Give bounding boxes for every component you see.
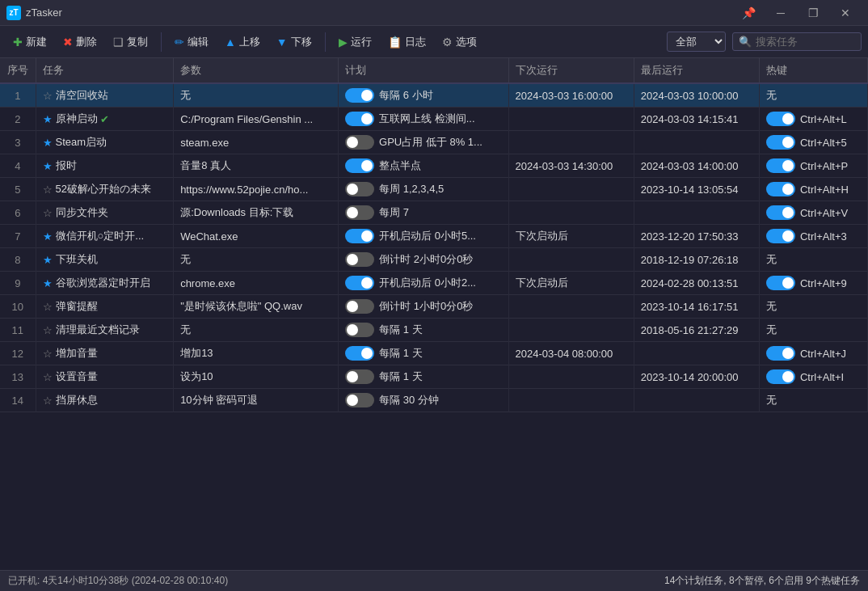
cell-task: ★报时: [36, 154, 174, 178]
window-controls: 📌 ─ ❐ ✕: [732, 0, 862, 26]
search-input[interactable]: [732, 32, 862, 51]
hotkey-label: Ctrl+Alt+3: [800, 230, 847, 243]
schedule-toggle[interactable]: [345, 158, 374, 173]
star-icon[interactable]: ☆: [43, 207, 53, 219]
move-up-button[interactable]: ▲ 上移: [218, 32, 267, 53]
hotkey-toggle[interactable]: [766, 346, 795, 361]
star-icon[interactable]: ☆: [43, 324, 53, 336]
star-icon[interactable]: ☆: [43, 395, 53, 407]
table-row[interactable]: 6☆同步文件夹源:Downloads 目标:下载每周 7Ctrl+Alt+V: [0, 201, 868, 225]
table-row[interactable]: 4★报时音量8 真人整点半点2024-03-03 14:30:002024-03…: [0, 154, 868, 178]
log-icon: 📋: [388, 36, 402, 49]
copy-button[interactable]: ❑ 复制: [107, 32, 154, 53]
cell-task: ☆弹窗提醒: [36, 295, 174, 319]
star-icon[interactable]: ★: [43, 230, 53, 243]
cell-task: ☆设置音量: [36, 365, 174, 389]
schedule-toggle[interactable]: [345, 135, 374, 150]
log-button[interactable]: 📋 日志: [381, 32, 432, 53]
options-button[interactable]: ⚙ 选项: [436, 32, 483, 53]
table-row[interactable]: 8★下班关机无倒计时 2小时0分0秒2018-12-19 07:26:18无: [0, 248, 868, 272]
table-row[interactable]: 5☆52破解心开始の未来https://www.52pojie.cn/ho...…: [0, 178, 868, 201]
hotkey-toggle[interactable]: [766, 112, 795, 126]
star-icon[interactable]: ☆: [43, 348, 53, 360]
schedule-toggle[interactable]: [345, 88, 374, 103]
table-row[interactable]: 9★谷歌浏览器定时开启chrome.exe开机启动后 0小时2...下次启动后2…: [0, 272, 868, 295]
delete-button[interactable]: ✖ 删除: [57, 32, 103, 53]
schedule-toggle[interactable]: [345, 276, 374, 290]
star-icon[interactable]: ☆: [43, 90, 53, 102]
table-row[interactable]: 11☆清理最近文档记录无每隔 1 天2018-05-16 21:27:29无: [0, 319, 868, 342]
hotkey-toggle[interactable]: [766, 276, 795, 290]
table-row[interactable]: 1☆清空回收站无每隔 6 小时2024-03-03 16:00:002024-0…: [0, 83, 868, 108]
table-row[interactable]: 10☆弹窗提醒"是时候该休息啦" QQ.wav倒计时 1小时0分0秒2023-1…: [0, 295, 868, 319]
schedule-toggle[interactable]: [345, 369, 374, 384]
star-icon[interactable]: ☆: [43, 371, 53, 383]
schedule-toggle[interactable]: [345, 323, 374, 337]
hotkey-toggle[interactable]: [766, 369, 795, 384]
hotkey-label: Ctrl+Alt+L: [800, 113, 847, 125]
hotkey-toggle[interactable]: [766, 182, 795, 196]
star-icon[interactable]: ★: [43, 277, 53, 289]
app-title: zTasker: [26, 6, 732, 19]
plan-text: 倒计时 2小时0分0秒: [379, 252, 473, 267]
schedule-toggle[interactable]: [345, 229, 374, 243]
cell-last-run: 2024-03-03 14:15:41: [634, 108, 759, 131]
table-row[interactable]: 7★微信开机○定时开...WeChat.exe开机启动后 0小时5...下次启动…: [0, 225, 868, 248]
star-icon[interactable]: ☆: [43, 184, 53, 196]
task-name-label: 弹窗提醒: [56, 299, 98, 314]
search-wrap: 🔍: [732, 32, 862, 51]
cell-next-run: [508, 178, 634, 201]
col-plan: 计划: [339, 58, 509, 83]
task-name-label: 报时: [56, 158, 77, 173]
table-row[interactable]: 2★原神启动✔C:/Program Files/Genshin ...互联网上线…: [0, 108, 868, 131]
delete-icon: ✖: [63, 36, 73, 49]
plan-text: 每隔 1 天: [379, 369, 422, 384]
cell-last-run: 2024-02-28 00:13:51: [634, 272, 759, 295]
table-row[interactable]: 14☆挡屏休息10分钟 密码可退每隔 30 分钟无: [0, 389, 868, 412]
minimize-button[interactable]: ─: [765, 0, 797, 26]
schedule-toggle[interactable]: [345, 182, 374, 196]
hotkey-toggle[interactable]: [766, 205, 795, 220]
table-row[interactable]: 12☆增加音量增加13每隔 1 天2024-03-04 08:00:00Ctrl…: [0, 342, 868, 365]
star-icon[interactable]: ★: [43, 137, 53, 149]
schedule-toggle[interactable]: [345, 205, 374, 220]
cell-plan: GPU占用 低于 8% 1...: [339, 131, 509, 154]
new-button[interactable]: ✚ 新建: [6, 32, 53, 53]
cell-task: ☆清空回收站: [36, 83, 174, 108]
edit-button[interactable]: ✏ 编辑: [168, 32, 215, 53]
schedule-toggle[interactable]: [345, 112, 374, 126]
star-icon[interactable]: ★: [43, 160, 53, 172]
schedule-toggle[interactable]: [345, 393, 374, 407]
cell-hotkey: Ctrl+Alt+V: [759, 201, 867, 225]
hotkey-toggle[interactable]: [766, 229, 795, 243]
star-icon[interactable]: ☆: [43, 301, 53, 313]
col-next-run: 下次运行: [508, 58, 634, 83]
cell-plan: 每隔 30 分钟: [339, 389, 509, 412]
run-button[interactable]: ▶ 运行: [332, 32, 378, 53]
hotkey-toggle[interactable]: [766, 135, 795, 150]
hotkey-label: Ctrl+Alt+I: [800, 371, 844, 383]
restore-button[interactable]: ❐: [797, 0, 829, 26]
schedule-toggle[interactable]: [345, 346, 374, 361]
plan-text: 开机启动后 0小时2...: [379, 276, 476, 290]
table-row[interactable]: 13☆设置音量设为10每隔 1 天2023-10-14 20:00:00Ctrl…: [0, 365, 868, 389]
task-name-label: 谷歌浏览器定时开启: [56, 276, 150, 290]
close-button[interactable]: ✕: [829, 0, 862, 26]
task-table: 序号 任务 参数 计划 下次运行 最后运行 热键 1☆清空回收站无每隔 6 小时…: [0, 58, 868, 412]
cell-params: 无: [174, 248, 339, 272]
filter-select[interactable]: 全部 已启用 已停止: [667, 32, 726, 52]
cell-params: "是时候该休息啦" QQ.wav: [174, 295, 339, 319]
plan-text: 倒计时 1小时0分0秒: [379, 299, 473, 314]
star-icon[interactable]: ★: [43, 254, 53, 266]
schedule-toggle[interactable]: [345, 252, 374, 267]
schedule-toggle[interactable]: [345, 299, 374, 314]
cell-next-run: [508, 295, 634, 319]
cell-next-run: [508, 389, 634, 412]
cell-task: ★微信开机○定时开...: [36, 225, 174, 248]
pin-button[interactable]: 📌: [732, 0, 765, 26]
star-icon[interactable]: ★: [43, 113, 53, 125]
plan-text: 每隔 30 分钟: [379, 393, 439, 407]
move-down-button[interactable]: ▼ 下移: [270, 32, 318, 53]
hotkey-toggle[interactable]: [766, 158, 795, 173]
table-row[interactable]: 3★Steam启动steam.exeGPU占用 低于 8% 1...Ctrl+A…: [0, 131, 868, 154]
